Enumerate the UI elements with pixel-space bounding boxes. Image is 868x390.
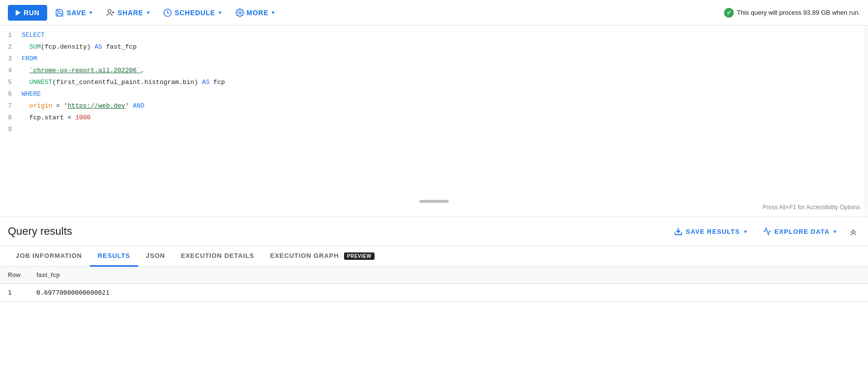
code-line-1: 1 SELECT xyxy=(0,29,868,41)
save-results-button[interactable]: SAVE RESULTS ▾ xyxy=(668,223,752,240)
code-line-8: 8 fcp.start < 1000 xyxy=(0,112,868,124)
line-content-6: WHERE xyxy=(20,88,41,100)
preview-badge: PREVIEW xyxy=(344,252,375,260)
code-line-2: 2 SUM(fcp.density) AS fast_fcp xyxy=(0,41,868,53)
tab-job-information[interactable]: JOB INFORMATION xyxy=(8,246,90,267)
line-number-8: 8 xyxy=(0,112,20,124)
results-actions: SAVE RESULTS ▾ EXPLORE DATA ▾ xyxy=(668,223,860,240)
table-header-row: Row fast_fcp xyxy=(0,267,868,284)
line-content-4: `chrome-ux-report.all.202206`, xyxy=(20,65,145,77)
line-content-5: UNNEST(first_contentful_paint.histogram.… xyxy=(20,77,225,88)
save-results-chevron-icon: ▾ xyxy=(744,229,747,234)
tab-results-label: RESULTS xyxy=(98,252,130,259)
gear-icon xyxy=(235,8,244,17)
column-empty xyxy=(117,267,868,284)
line-content-3: FROM xyxy=(20,53,37,65)
explore-data-chevron-icon: ▾ xyxy=(834,229,837,234)
line-content-7: origin = 'https://web.dev' AND xyxy=(20,100,145,112)
results-title: Query results xyxy=(8,225,668,238)
line-content-1: SELECT xyxy=(20,29,45,41)
share-button[interactable]: SHARE ▾ xyxy=(100,4,155,21)
play-icon xyxy=(16,10,21,16)
code-line-9: 9 xyxy=(0,124,868,136)
save-chevron-icon: ▾ xyxy=(89,10,92,15)
svg-point-0 xyxy=(108,9,111,12)
schedule-button[interactable]: SCHEDULE ▾ xyxy=(157,4,227,21)
share-label: SHARE xyxy=(117,9,144,17)
expand-collapse-button[interactable] xyxy=(846,224,860,238)
line-number-5: 5 xyxy=(0,77,20,88)
column-row: Row xyxy=(0,267,29,284)
line-number-4: 4 xyxy=(0,65,20,77)
run-button[interactable]: RUN xyxy=(8,5,47,21)
code-line-4: 4 `chrome-ux-report.all.202206`, xyxy=(0,65,868,77)
share-chevron-icon: ▾ xyxy=(147,10,150,15)
more-label: MORE xyxy=(247,9,269,17)
editor-scroll[interactable]: 1 SELECT 2 SUM(fcp.density) AS fast_fcp … xyxy=(0,26,868,217)
results-header: Query results SAVE RESULTS ▾ EXPLORE DAT… xyxy=(0,217,868,246)
tabs-bar: JOB INFORMATION RESULTS JSON EXECUTION D… xyxy=(0,246,868,267)
cell-fast-fcp-1: 0.69770000000000021 xyxy=(29,284,117,302)
run-label: RUN xyxy=(24,9,39,17)
explore-data-button[interactable]: EXPLORE DATA ▾ xyxy=(757,223,842,240)
svg-point-4 xyxy=(238,11,241,14)
tab-json-label: JSON xyxy=(146,252,165,259)
line-number-7: 7 xyxy=(0,100,20,112)
explore-data-label: EXPLORE DATA xyxy=(775,228,830,235)
line-number-1: 1 xyxy=(0,29,20,41)
toolbar: RUN SAVE ▾ SHARE ▾ SCHEDULE ▾ xyxy=(0,0,868,26)
tab-execution-details-label: EXECUTION DETAILS xyxy=(181,252,255,259)
more-button[interactable]: MORE ▾ xyxy=(230,4,281,21)
tab-json[interactable]: JSON xyxy=(138,246,173,267)
save-results-icon xyxy=(674,227,683,236)
column-fast-fcp: fast_fcp xyxy=(29,267,117,284)
line-number-9: 9 xyxy=(0,124,20,136)
table-row: 1 0.69770000000000021 xyxy=(0,284,868,302)
cell-row-1: 1 xyxy=(0,284,29,302)
tab-job-information-label: JOB INFORMATION xyxy=(16,252,82,259)
save-icon xyxy=(55,8,64,17)
vertical-scrollbar[interactable] xyxy=(864,26,868,217)
code-line-3: 3 FROM xyxy=(0,53,868,65)
tab-execution-graph[interactable]: EXECUTION GRAPH PREVIEW xyxy=(262,246,382,267)
editor-area[interactable]: 1 SELECT 2 SUM(fcp.density) AS fast_fcp … xyxy=(0,26,868,217)
results-area: Query results SAVE RESULTS ▾ EXPLORE DAT… xyxy=(0,217,868,302)
save-label: SAVE xyxy=(66,9,86,17)
line-content-8: fcp.start < 1000 xyxy=(20,112,90,124)
schedule-chevron-icon: ▾ xyxy=(219,10,222,15)
explore-data-icon xyxy=(763,227,772,236)
share-icon xyxy=(106,8,115,17)
tab-results[interactable]: RESULTS xyxy=(90,246,138,267)
expand-icon xyxy=(848,226,858,236)
save-button[interactable]: SAVE ▾ xyxy=(49,4,98,21)
query-info: This query will process 93.89 GB when ru… xyxy=(724,8,860,18)
schedule-icon xyxy=(163,8,172,17)
code-line-7: 7 origin = 'https://web.dev' AND xyxy=(0,100,868,112)
cell-empty-1 xyxy=(117,284,868,302)
tab-execution-details[interactable]: EXECUTION DETAILS xyxy=(173,246,262,267)
code-line-6: 6 WHERE xyxy=(0,88,868,100)
schedule-label: SCHEDULE xyxy=(174,9,215,17)
tab-execution-graph-label: EXECUTION GRAPH xyxy=(270,252,339,259)
table-body: 1 0.69770000000000021 xyxy=(0,284,868,302)
check-circle-icon xyxy=(724,8,734,18)
save-results-label: SAVE RESULTS xyxy=(686,228,740,235)
query-info-text: This query will process 93.89 GB when ru… xyxy=(737,9,860,16)
code-line-5: 5 UNNEST(first_contentful_paint.histogra… xyxy=(0,77,868,88)
table-header: Row fast_fcp xyxy=(0,267,868,284)
line-number-6: 6 xyxy=(0,88,20,100)
results-table: Row fast_fcp 1 0.69770000000000021 xyxy=(0,267,868,302)
horizontal-scrollbar-thumb[interactable] xyxy=(419,200,449,203)
line-number-3: 3 xyxy=(0,53,20,65)
accessibility-hint: Press Alt+F1 for Accessibility Options xyxy=(763,204,860,211)
line-content-2: SUM(fcp.density) AS fast_fcp xyxy=(20,41,137,53)
more-chevron-icon: ▾ xyxy=(272,10,275,15)
line-number-2: 2 xyxy=(0,41,20,53)
